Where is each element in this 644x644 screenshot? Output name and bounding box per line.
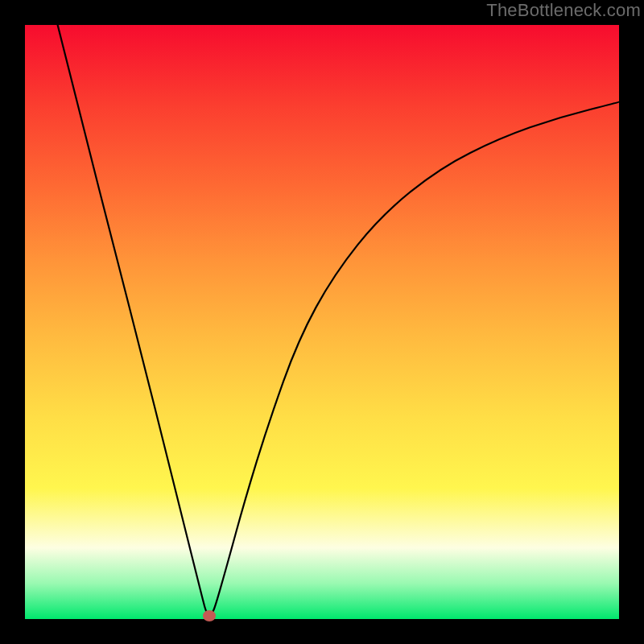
minimum-point-marker bbox=[203, 610, 216, 621]
bottleneck-curve-line bbox=[25, 25, 619, 619]
chart-plot-area bbox=[25, 25, 619, 619]
watermark-text: TheBottleneck.com bbox=[486, 0, 641, 21]
